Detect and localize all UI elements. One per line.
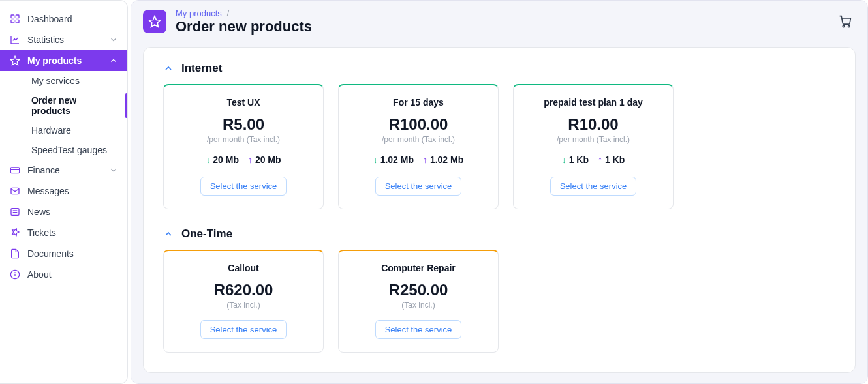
svg-rect-2: [11, 20, 14, 23]
nav-label: Finance: [27, 165, 60, 175]
arrow-up-icon: ↑: [423, 155, 427, 165]
sub-label: SpeedTest gauges: [31, 145, 107, 155]
product-price: R5.00: [173, 115, 314, 134]
mail-icon: [9, 185, 21, 197]
document-icon: [9, 248, 21, 259]
chevron-down-icon: [109, 166, 118, 175]
section-onetime-header[interactable]: One-Time: [163, 228, 835, 241]
arrow-up-icon: ↑: [598, 155, 602, 165]
select-service-button[interactable]: Select the service: [550, 177, 637, 196]
cart-button[interactable]: [839, 15, 852, 28]
upload-speed: 1 Kb: [605, 155, 625, 165]
nav-dashboard[interactable]: Dashboard: [0, 8, 127, 29]
select-service-button[interactable]: Select the service: [375, 320, 462, 339]
select-service-button[interactable]: Select the service: [200, 320, 287, 339]
upload-speed: 1.02 Mb: [430, 155, 463, 165]
main-area: My products / Order new products Interne…: [131, 0, 868, 384]
product-name: Computer Repair: [348, 263, 489, 273]
chart-icon: [9, 34, 21, 46]
svg-marker-13: [149, 16, 161, 27]
product-price: R100.00: [348, 115, 489, 134]
product-sub: /per month (Tax incl.): [523, 135, 664, 144]
section-title: Internet: [181, 62, 222, 75]
onetime-products-row: Callout R620.00 (Tax incl.) Select the s…: [163, 250, 835, 353]
sub-hardware[interactable]: Hardware: [0, 121, 127, 140]
product-name: Callout: [173, 263, 314, 273]
nav-label: About: [27, 269, 52, 280]
sub-label: My services: [31, 76, 80, 86]
content-card: Internet Test UX R5.00 /per month (Tax i…: [143, 47, 856, 373]
nav-label: Statistics: [27, 35, 64, 45]
sub-my-services[interactable]: My services: [0, 71, 127, 91]
breadcrumb-root: My products: [176, 8, 222, 18]
download-speed: 1 Kb: [569, 155, 589, 165]
product-sub: (Tax incl.): [348, 301, 489, 310]
wallet-icon: [9, 164, 21, 176]
nav-news[interactable]: News: [0, 201, 127, 222]
svg-point-15: [848, 25, 850, 27]
product-name: For 15 days: [348, 97, 489, 108]
product-price: R10.00: [523, 115, 664, 134]
svg-rect-1: [16, 15, 19, 18]
product-speeds: ↓ 1 Kb ↑ 1 Kb: [523, 155, 664, 165]
product-name: prepaid test plan 1 day: [523, 97, 664, 108]
svg-rect-3: [16, 20, 19, 23]
nav-label: Messages: [27, 186, 69, 196]
sidebar: Dashboard Statistics My products My serv…: [0, 0, 128, 384]
nav-messages[interactable]: Messages: [0, 181, 127, 201]
internet-products-row: Test UX R5.00 /per month (Tax incl.) ↓ 2…: [163, 84, 835, 209]
nav-label: Dashboard: [27, 14, 72, 24]
arrow-down-icon: ↓: [206, 155, 210, 165]
product-card: Callout R620.00 (Tax incl.) Select the s…: [163, 250, 324, 353]
page-title: Order new products: [176, 18, 312, 35]
star-icon: [9, 55, 21, 66]
section-internet-header[interactable]: Internet: [163, 62, 835, 75]
nav-my-products[interactable]: My products: [0, 50, 127, 71]
product-price: R620.00: [173, 281, 314, 299]
nav-finance[interactable]: Finance: [0, 160, 127, 181]
nav-statistics[interactable]: Statistics: [0, 29, 127, 50]
nav-tickets[interactable]: Tickets: [0, 222, 127, 243]
svg-rect-0: [11, 15, 14, 18]
nav-label: News: [27, 207, 50, 217]
arrow-down-icon: ↓: [373, 155, 378, 165]
product-name: Test UX: [173, 97, 314, 108]
breadcrumb-separator: /: [226, 8, 229, 18]
dashboard-icon: [9, 13, 21, 25]
news-icon: [9, 206, 21, 218]
product-sub: /per month (Tax incl.): [348, 135, 489, 144]
chevron-up-icon: [109, 56, 118, 65]
product-speeds: ↓ 20 Mb ↑ 20 Mb: [173, 155, 314, 165]
star-icon: [143, 10, 166, 33]
chevron-down-icon: [109, 35, 118, 44]
nav-label: My products: [27, 55, 82, 66]
product-card: Test UX R5.00 /per month (Tax incl.) ↓ 2…: [163, 84, 324, 209]
download-speed: 1.02 Mb: [380, 155, 414, 165]
svg-point-14: [843, 25, 845, 27]
section-title: One-Time: [181, 228, 232, 241]
breadcrumb[interactable]: My products /: [176, 8, 312, 18]
nav-label: Tickets: [27, 228, 56, 238]
info-icon: [9, 269, 21, 280]
page-header: My products / Order new products: [143, 8, 856, 35]
chevron-up-icon: [163, 63, 174, 74]
select-service-button[interactable]: Select the service: [375, 177, 462, 196]
nav-documents[interactable]: Documents: [0, 243, 127, 264]
arrow-down-icon: ↓: [562, 155, 566, 165]
svg-marker-4: [10, 56, 19, 65]
select-service-button[interactable]: Select the service: [200, 177, 287, 196]
product-speeds: ↓ 1.02 Mb ↑ 1.02 Mb: [348, 155, 489, 165]
product-card: For 15 days R100.00 /per month (Tax incl…: [338, 84, 499, 209]
sub-label: Order new products: [31, 95, 76, 116]
download-speed: 20 Mb: [213, 155, 239, 165]
svg-rect-5: [10, 168, 19, 173]
sub-speedtest-gauges[interactable]: SpeedTest gauges: [0, 140, 127, 160]
sub-order-new-products[interactable]: Order new products: [0, 91, 127, 121]
ticket-icon: [9, 227, 21, 239]
nav-about[interactable]: About: [0, 264, 127, 285]
nav-label: Documents: [27, 248, 74, 259]
arrow-up-icon: ↑: [248, 155, 253, 165]
sub-label: Hardware: [31, 125, 71, 136]
product-card: prepaid test plan 1 day R10.00 /per mont…: [513, 84, 674, 209]
product-sub: /per month (Tax incl.): [173, 135, 314, 144]
